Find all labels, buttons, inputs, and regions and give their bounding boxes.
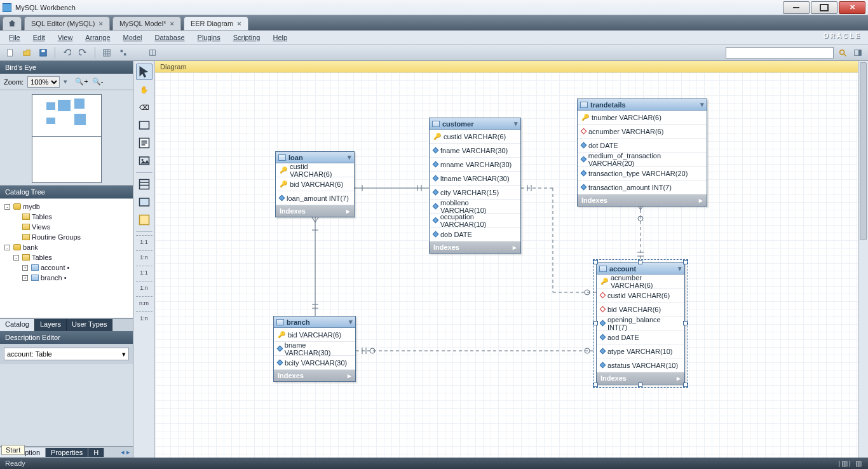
tool-rel-1-1-id[interactable]: 1:1 — [136, 266, 153, 280]
menu-plugins[interactable]: Plugins — [191, 34, 227, 41]
description-tab-h[interactable]: H — [88, 448, 104, 457]
table-column[interactable]: mobileno VARCHAR(10) — [430, 200, 520, 214]
catalog-tab-layers[interactable]: Layers — [35, 319, 67, 331]
diagram-canvas[interactable]: loan▾🔑custid VARCHAR(6)🔑bid VARCHAR(6)lo… — [155, 72, 858, 458]
table-column[interactable]: astatus VARCHAR(10) — [597, 358, 684, 372]
window-maximize-button[interactable] — [811, 1, 837, 14]
save-button[interactable] — [37, 46, 50, 59]
new-file-button[interactable] — [4, 46, 17, 59]
table-header[interactable]: branch▾ — [274, 316, 355, 328]
close-icon[interactable]: × — [98, 20, 102, 27]
menu-view[interactable]: View — [51, 34, 79, 41]
table-column[interactable]: bcity VARCHAR(30) — [274, 356, 355, 370]
tree-row[interactable]: -Tables — [0, 252, 133, 262]
expand-icon[interactable]: - — [4, 204, 10, 210]
tool-rel-1-n-nonid[interactable]: 1:n — [136, 250, 153, 264]
table-column[interactable]: bname VARCHAR(30) — [274, 342, 355, 356]
chevron-down-icon[interactable]: ▾ — [678, 264, 682, 273]
table-column[interactable]: 🔑bid VARCHAR(6) — [276, 177, 354, 191]
menu-edit[interactable]: Edit — [27, 34, 51, 41]
tab-sql-editor[interactable]: SQL Editor (MySQL) × — [24, 17, 110, 31]
expand-icon[interactable]: - — [4, 245, 10, 250]
table-column[interactable]: aod DATE — [597, 330, 684, 344]
close-icon[interactable]: × — [170, 20, 173, 27]
table-column[interactable]: mname VARCHAR(30) — [430, 158, 520, 172]
tool-note[interactable] — [136, 135, 153, 151]
table-column[interactable]: dot DATE — [578, 139, 707, 153]
table-header[interactable]: trandetails▾ — [578, 99, 707, 111]
chevron-down-icon[interactable]: ▾ — [349, 318, 353, 326]
menu-scripting[interactable]: Scripting — [227, 34, 267, 41]
description-combo[interactable]: account: Table ▾ — [4, 348, 129, 360]
tree-row[interactable]: Views — [0, 222, 133, 232]
table-header[interactable]: account▾ — [597, 263, 684, 275]
tool-routine[interactable] — [136, 212, 153, 228]
zoom-select[interactable]: 100% — [27, 76, 60, 88]
table-column[interactable]: bid VARCHAR(6) — [597, 302, 684, 316]
expand-icon[interactable]: + — [22, 265, 28, 271]
zoom-out-icon[interactable]: 🔍- — [92, 78, 104, 86]
tool-pointer[interactable] — [136, 64, 153, 80]
tool-hand[interactable]: ✋ — [136, 81, 153, 98]
tool-rel-n-m[interactable]: n:m — [136, 296, 153, 310]
chevron-down-icon[interactable]: ▾ — [348, 153, 351, 161]
tool-rel-1-n-id[interactable]: 1:n — [136, 281, 153, 295]
catalog-tab-usertypes[interactable]: User Types — [67, 319, 112, 331]
catalog-tab-catalog[interactable]: Catalog — [0, 319, 35, 331]
tab-mysql-model[interactable]: MySQL Model* × — [112, 17, 181, 31]
table-column[interactable]: 🔑bid VARCHAR(6) — [274, 328, 355, 342]
table-indexes[interactable]: Indexes▸ — [430, 241, 520, 253]
table-column[interactable]: acnumber VARCHAR(6) — [578, 125, 707, 139]
home-tab[interactable] — [3, 17, 22, 31]
tool-layer[interactable] — [136, 117, 153, 133]
tool-image[interactable] — [136, 153, 153, 169]
description-tab-properties[interactable]: Properties — [46, 448, 88, 457]
menu-file[interactable]: File — [3, 34, 27, 41]
tool-rel-1-n-pick[interactable]: 1:n — [136, 311, 153, 325]
table-account[interactable]: account▾🔑acnumber VARCHAR(6)custid VARCH… — [596, 262, 685, 384]
table-loan[interactable]: loan▾🔑custid VARCHAR(6)🔑bid VARCHAR(6)lo… — [275, 151, 355, 217]
search-input[interactable] — [726, 47, 834, 58]
toggle-right-panel-button[interactable] — [851, 46, 864, 59]
tree-row[interactable]: -mydb — [0, 201, 133, 212]
table-column[interactable]: occupation VARCHAR(10) — [430, 214, 520, 228]
table-header[interactable]: loan▾ — [276, 152, 354, 163]
table-column[interactable]: city VARCHAR(15) — [430, 186, 520, 200]
tool-rel-1-1-nonid[interactable]: 1:1 — [136, 235, 153, 249]
birdseye-preview[interactable] — [0, 90, 133, 186]
tool-eraser[interactable]: ⌫ — [136, 99, 153, 116]
table-column[interactable]: fname VARCHAR(30) — [430, 144, 520, 158]
menu-database[interactable]: Database — [148, 34, 191, 41]
chevron-down-icon[interactable]: ▾ — [700, 100, 704, 109]
open-file-button[interactable] — [20, 46, 33, 59]
table-indexes[interactable]: Indexes▸ — [276, 205, 354, 217]
window-minimize-button[interactable] — [783, 1, 810, 14]
tool-table[interactable] — [136, 176, 153, 193]
table-customer[interactable]: customer▾🔑custid VARCHAR(6)fname VARCHAR… — [429, 118, 521, 254]
tab-nav-arrows[interactable]: ◂ ▸ — [118, 448, 133, 456]
redo-button[interactable] — [77, 46, 90, 59]
chevron-down-icon[interactable]: ▾ — [64, 78, 67, 86]
vertical-scrollbar[interactable] — [858, 61, 868, 458]
undo-button[interactable] — [60, 46, 73, 59]
table-column[interactable]: 🔑custid VARCHAR(6) — [430, 130, 520, 144]
table-column[interactable]: loan_amount INT(7) — [276, 191, 354, 205]
table-column[interactable]: ltname VARCHAR(30) — [430, 172, 520, 186]
tree-row[interactable]: Tables — [0, 212, 133, 222]
menu-model[interactable]: Model — [117, 34, 149, 41]
table-column[interactable]: transaction_type VARCHAR(20) — [578, 167, 707, 180]
table-column[interactable]: atype VARCHAR(10) — [597, 344, 684, 358]
table-column[interactable]: 🔑acnumber VARCHAR(6) — [597, 275, 684, 289]
tree-row[interactable]: -bank — [0, 242, 133, 252]
tree-row[interactable]: +account • — [0, 262, 133, 273]
chevron-down-icon[interactable]: ▾ — [514, 119, 518, 128]
tab-eer-diagram[interactable]: EER Diagram × — [184, 17, 248, 31]
window-close-button[interactable] — [839, 1, 865, 14]
search-button[interactable] — [836, 46, 849, 59]
expand-icon[interactable]: - — [13, 255, 19, 261]
table-column[interactable]: medium_of_transaction VARCHAR(20) — [578, 153, 707, 167]
table-indexes[interactable]: Indexes▸ — [274, 370, 355, 381]
tree-row[interactable]: Routine Groups — [0, 232, 133, 242]
table-header[interactable]: customer▾ — [430, 118, 520, 130]
menu-help[interactable]: Help — [266, 34, 294, 41]
